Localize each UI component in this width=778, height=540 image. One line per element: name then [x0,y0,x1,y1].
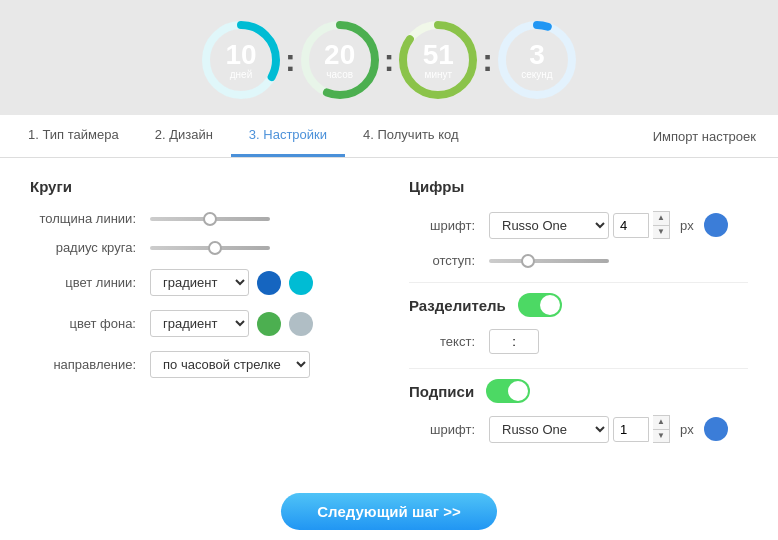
separator-text-row: текст: [409,329,748,354]
subscripts-font-row: шрифт: Russo One Arial ▲ ▼ px [409,415,748,443]
subscripts-font-label: шрифт: [409,422,489,437]
timer-value-3: 3 [529,41,545,69]
separator-text-input[interactable] [489,329,539,354]
digits-font-size-up[interactable]: ▲ [653,212,669,226]
line-thickness-row: толщина линии: [30,211,369,226]
line-thickness-label: толщина линии: [30,211,150,226]
timer-colon-0: : [281,42,300,79]
digits-font-size-input[interactable] [613,213,649,238]
subscripts-px-label: px [680,422,694,437]
preview-area: 10 дней : 20 часов : 51 минут : 3 секунд [0,0,778,115]
subscripts-toggle-slider [486,379,530,403]
bg-color-row: цвет фона: градиент сплошной [30,310,369,337]
tab-type[interactable]: 1. Тип таймера [10,115,137,157]
separator-toggle[interactable] [518,293,562,317]
separator-divider [409,282,748,283]
bg-color-select[interactable]: градиент сплошной [150,310,249,337]
tab-design[interactable]: 2. Дизайн [137,115,231,157]
direction-select[interactable]: по часовой стрелке против часовой стрелк… [150,351,310,378]
subscripts-toggle[interactable] [486,379,530,403]
timer-circle-1: 20 часов [300,20,380,100]
main-content: Круги толщина линии: радиус круга: цвет … [0,158,778,477]
import-settings-button[interactable]: Импорт настроек [641,121,768,152]
bottom-bar: Следующий шаг >> [0,477,778,540]
bg-color-wrap: градиент сплошной [150,310,313,337]
line-color-label: цвет линии: [30,275,150,290]
tabs-bar: 1. Тип таймера2. Дизайн3. Настройки4. По… [0,115,778,158]
timer-label-0: дней [230,69,253,80]
separator-title: Разделитель [409,297,506,314]
bg-color-swatch-1[interactable] [257,312,281,336]
timer-value-1: 20 [324,41,355,69]
line-thickness-slider-wrap [150,217,270,221]
bg-color-label: цвет фона: [30,316,150,331]
subscripts-color-picker[interactable] [704,417,728,441]
next-step-button[interactable]: Следующий шаг >> [281,493,496,530]
line-color-select[interactable]: градиент сплошной [150,269,249,296]
subscripts-section-header: Подписи [409,379,748,403]
line-color-swatch-1[interactable] [257,271,281,295]
line-color-row: цвет линии: градиент сплошной [30,269,369,296]
circle-radius-row: радиус круга: [30,240,369,255]
subscripts-divider [409,368,748,369]
digits-indent-label: отступ: [409,253,489,268]
timer-colon-1: : [380,42,399,79]
separator-toggle-slider [518,293,562,317]
timer-value-2: 51 [423,41,454,69]
timer-circle-0: 10 дней [201,20,281,100]
timer-circle-2: 51 минут [398,20,478,100]
tab-code[interactable]: 4. Получить код [345,115,477,157]
subscripts-font-size-down[interactable]: ▼ [653,430,669,443]
line-thickness-slider[interactable] [150,217,270,221]
digits-font-label: шрифт: [409,218,489,233]
line-color-swatch-2[interactable] [289,271,313,295]
digits-font-size-arrows: ▲ ▼ [653,211,670,239]
digits-indent-slider[interactable] [489,259,609,263]
circle-radius-label: радиус круга: [30,240,150,255]
digits-font-controls: Russo One Arial ▲ ▼ px [489,211,728,239]
direction-wrap: по часовой стрелке против часовой стрелк… [150,351,310,378]
circle-radius-slider[interactable] [150,246,270,250]
separator-text-label: текст: [409,334,489,349]
separator-section-header: Разделитель [409,293,748,317]
digits-color-picker[interactable] [704,213,728,237]
timer-label-2: минут [425,69,453,80]
subscripts-font-select[interactable]: Russo One Arial [489,416,609,443]
digits-font-select[interactable]: Russo One Arial [489,212,609,239]
circle-radius-slider-wrap [150,246,270,250]
digits-indent-row: отступ: [409,253,748,268]
right-panel: Цифры шрифт: Russo One Arial ▲ ▼ px отст… [409,178,748,457]
line-color-wrap: градиент сплошной [150,269,313,296]
tab-settings[interactable]: 3. Настройки [231,115,345,157]
subscripts-font-size-up[interactable]: ▲ [653,416,669,430]
subscripts-font-size-input[interactable] [613,417,649,442]
timer-label-1: часов [326,69,353,80]
subscripts-title: Подписи [409,383,474,400]
digits-title: Цифры [409,178,748,195]
subscripts-font-controls: Russo One Arial ▲ ▼ px [489,415,728,443]
digits-font-size-down[interactable]: ▼ [653,226,669,239]
timer-value-0: 10 [225,41,256,69]
timer-colon-2: : [478,42,497,79]
bg-color-swatch-2[interactable] [289,312,313,336]
circles-title: Круги [30,178,369,195]
subscripts-font-size-arrows: ▲ ▼ [653,415,670,443]
timer-circle-3: 3 секунд [497,20,577,100]
direction-row: направление: по часовой стрелке против ч… [30,351,369,378]
digits-font-row: шрифт: Russo One Arial ▲ ▼ px [409,211,748,239]
left-panel: Круги толщина линии: радиус круга: цвет … [30,178,369,457]
digits-px-label: px [680,218,694,233]
direction-label: направление: [30,357,150,372]
timer-label-3: секунд [521,69,552,80]
